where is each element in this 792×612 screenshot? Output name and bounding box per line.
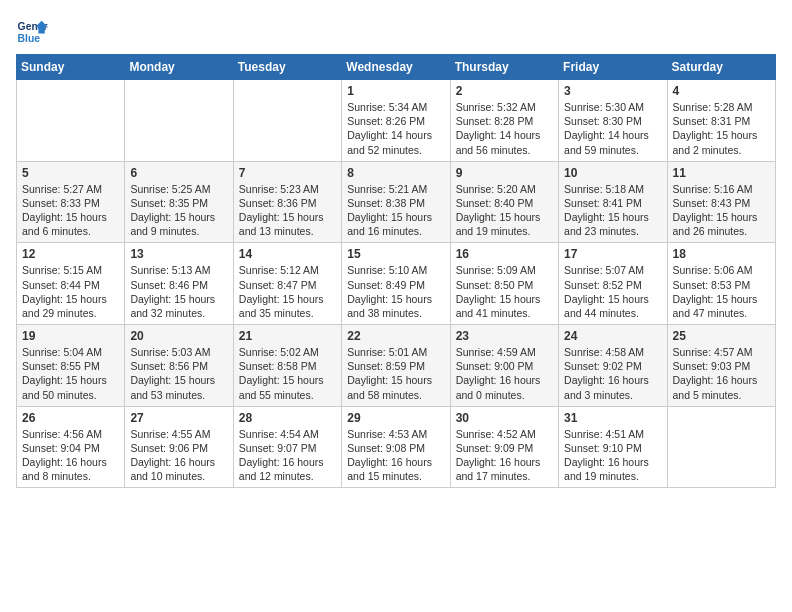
header-day-wednesday: Wednesday <box>342 55 450 80</box>
day-number: 21 <box>239 329 336 343</box>
day-info: Sunrise: 5:20 AMSunset: 8:40 PMDaylight:… <box>456 182 553 239</box>
calendar-header: SundayMondayTuesdayWednesdayThursdayFrid… <box>17 55 776 80</box>
day-number: 20 <box>130 329 227 343</box>
day-info: Sunrise: 4:58 AMSunset: 9:02 PMDaylight:… <box>564 345 661 402</box>
day-info: Sunrise: 5:04 AMSunset: 8:55 PMDaylight:… <box>22 345 119 402</box>
day-info: Sunrise: 4:53 AMSunset: 9:08 PMDaylight:… <box>347 427 444 484</box>
day-info: Sunrise: 5:12 AMSunset: 8:47 PMDaylight:… <box>239 263 336 320</box>
calendar-cell: 17Sunrise: 5:07 AMSunset: 8:52 PMDayligh… <box>559 243 667 325</box>
calendar-body: 1Sunrise: 5:34 AMSunset: 8:26 PMDaylight… <box>17 80 776 488</box>
day-info: Sunrise: 4:55 AMSunset: 9:06 PMDaylight:… <box>130 427 227 484</box>
day-number: 9 <box>456 166 553 180</box>
day-info: Sunrise: 4:54 AMSunset: 9:07 PMDaylight:… <box>239 427 336 484</box>
calendar-cell: 28Sunrise: 4:54 AMSunset: 9:07 PMDayligh… <box>233 406 341 488</box>
calendar-cell: 2Sunrise: 5:32 AMSunset: 8:28 PMDaylight… <box>450 80 558 162</box>
header-day-thursday: Thursday <box>450 55 558 80</box>
calendar-cell: 27Sunrise: 4:55 AMSunset: 9:06 PMDayligh… <box>125 406 233 488</box>
calendar-cell: 9Sunrise: 5:20 AMSunset: 8:40 PMDaylight… <box>450 161 558 243</box>
day-number: 12 <box>22 247 119 261</box>
day-number: 16 <box>456 247 553 261</box>
day-number: 31 <box>564 411 661 425</box>
day-number: 11 <box>673 166 770 180</box>
calendar-cell: 1Sunrise: 5:34 AMSunset: 8:26 PMDaylight… <box>342 80 450 162</box>
calendar-cell: 6Sunrise: 5:25 AMSunset: 8:35 PMDaylight… <box>125 161 233 243</box>
day-number: 2 <box>456 84 553 98</box>
day-number: 13 <box>130 247 227 261</box>
logo: General Blue <box>16 16 48 48</box>
header-day-sunday: Sunday <box>17 55 125 80</box>
calendar-cell: 20Sunrise: 5:03 AMSunset: 8:56 PMDayligh… <box>125 325 233 407</box>
day-number: 3 <box>564 84 661 98</box>
day-number: 4 <box>673 84 770 98</box>
header-day-tuesday: Tuesday <box>233 55 341 80</box>
day-info: Sunrise: 5:34 AMSunset: 8:26 PMDaylight:… <box>347 100 444 157</box>
day-info: Sunrise: 5:18 AMSunset: 8:41 PMDaylight:… <box>564 182 661 239</box>
calendar-cell: 12Sunrise: 5:15 AMSunset: 8:44 PMDayligh… <box>17 243 125 325</box>
header-day-saturday: Saturday <box>667 55 775 80</box>
day-info: Sunrise: 5:16 AMSunset: 8:43 PMDaylight:… <box>673 182 770 239</box>
day-number: 10 <box>564 166 661 180</box>
calendar-week-4: 19Sunrise: 5:04 AMSunset: 8:55 PMDayligh… <box>17 325 776 407</box>
calendar-cell: 11Sunrise: 5:16 AMSunset: 8:43 PMDayligh… <box>667 161 775 243</box>
day-info: Sunrise: 5:21 AMSunset: 8:38 PMDaylight:… <box>347 182 444 239</box>
calendar-cell: 25Sunrise: 4:57 AMSunset: 9:03 PMDayligh… <box>667 325 775 407</box>
day-number: 8 <box>347 166 444 180</box>
day-number: 18 <box>673 247 770 261</box>
day-number: 22 <box>347 329 444 343</box>
svg-text:Blue: Blue <box>18 33 41 44</box>
header-day-friday: Friday <box>559 55 667 80</box>
day-info: Sunrise: 4:59 AMSunset: 9:00 PMDaylight:… <box>456 345 553 402</box>
day-number: 6 <box>130 166 227 180</box>
day-info: Sunrise: 5:03 AMSunset: 8:56 PMDaylight:… <box>130 345 227 402</box>
calendar-week-5: 26Sunrise: 4:56 AMSunset: 9:04 PMDayligh… <box>17 406 776 488</box>
calendar-cell: 7Sunrise: 5:23 AMSunset: 8:36 PMDaylight… <box>233 161 341 243</box>
header-row: SundayMondayTuesdayWednesdayThursdayFrid… <box>17 55 776 80</box>
day-number: 15 <box>347 247 444 261</box>
day-info: Sunrise: 5:32 AMSunset: 8:28 PMDaylight:… <box>456 100 553 157</box>
calendar-cell: 5Sunrise: 5:27 AMSunset: 8:33 PMDaylight… <box>17 161 125 243</box>
calendar-table: SundayMondayTuesdayWednesdayThursdayFrid… <box>16 54 776 488</box>
day-number: 1 <box>347 84 444 98</box>
calendar-cell <box>667 406 775 488</box>
day-number: 26 <box>22 411 119 425</box>
day-info: Sunrise: 5:10 AMSunset: 8:49 PMDaylight:… <box>347 263 444 320</box>
calendar-cell: 16Sunrise: 5:09 AMSunset: 8:50 PMDayligh… <box>450 243 558 325</box>
logo-icon: General Blue <box>16 16 48 48</box>
calendar-cell: 23Sunrise: 4:59 AMSunset: 9:00 PMDayligh… <box>450 325 558 407</box>
day-info: Sunrise: 4:52 AMSunset: 9:09 PMDaylight:… <box>456 427 553 484</box>
day-number: 28 <box>239 411 336 425</box>
calendar-cell <box>17 80 125 162</box>
day-number: 14 <box>239 247 336 261</box>
calendar-cell: 13Sunrise: 5:13 AMSunset: 8:46 PMDayligh… <box>125 243 233 325</box>
day-number: 19 <box>22 329 119 343</box>
day-number: 30 <box>456 411 553 425</box>
calendar-cell: 26Sunrise: 4:56 AMSunset: 9:04 PMDayligh… <box>17 406 125 488</box>
calendar-cell: 14Sunrise: 5:12 AMSunset: 8:47 PMDayligh… <box>233 243 341 325</box>
calendar-cell: 18Sunrise: 5:06 AMSunset: 8:53 PMDayligh… <box>667 243 775 325</box>
page-header: General Blue <box>16 16 776 48</box>
header-day-monday: Monday <box>125 55 233 80</box>
day-info: Sunrise: 5:27 AMSunset: 8:33 PMDaylight:… <box>22 182 119 239</box>
calendar-cell: 10Sunrise: 5:18 AMSunset: 8:41 PMDayligh… <box>559 161 667 243</box>
day-info: Sunrise: 5:02 AMSunset: 8:58 PMDaylight:… <box>239 345 336 402</box>
day-info: Sunrise: 4:51 AMSunset: 9:10 PMDaylight:… <box>564 427 661 484</box>
calendar-cell: 4Sunrise: 5:28 AMSunset: 8:31 PMDaylight… <box>667 80 775 162</box>
calendar-week-1: 1Sunrise: 5:34 AMSunset: 8:26 PMDaylight… <box>17 80 776 162</box>
calendar-week-3: 12Sunrise: 5:15 AMSunset: 8:44 PMDayligh… <box>17 243 776 325</box>
calendar-cell: 24Sunrise: 4:58 AMSunset: 9:02 PMDayligh… <box>559 325 667 407</box>
day-info: Sunrise: 4:56 AMSunset: 9:04 PMDaylight:… <box>22 427 119 484</box>
calendar-cell: 31Sunrise: 4:51 AMSunset: 9:10 PMDayligh… <box>559 406 667 488</box>
calendar-cell: 15Sunrise: 5:10 AMSunset: 8:49 PMDayligh… <box>342 243 450 325</box>
day-info: Sunrise: 5:13 AMSunset: 8:46 PMDaylight:… <box>130 263 227 320</box>
day-number: 5 <box>22 166 119 180</box>
calendar-cell: 22Sunrise: 5:01 AMSunset: 8:59 PMDayligh… <box>342 325 450 407</box>
calendar-week-2: 5Sunrise: 5:27 AMSunset: 8:33 PMDaylight… <box>17 161 776 243</box>
day-info: Sunrise: 5:15 AMSunset: 8:44 PMDaylight:… <box>22 263 119 320</box>
day-info: Sunrise: 5:25 AMSunset: 8:35 PMDaylight:… <box>130 182 227 239</box>
calendar-cell: 29Sunrise: 4:53 AMSunset: 9:08 PMDayligh… <box>342 406 450 488</box>
calendar-cell <box>233 80 341 162</box>
day-number: 27 <box>130 411 227 425</box>
calendar-cell: 21Sunrise: 5:02 AMSunset: 8:58 PMDayligh… <box>233 325 341 407</box>
calendar-cell <box>125 80 233 162</box>
day-info: Sunrise: 4:57 AMSunset: 9:03 PMDaylight:… <box>673 345 770 402</box>
